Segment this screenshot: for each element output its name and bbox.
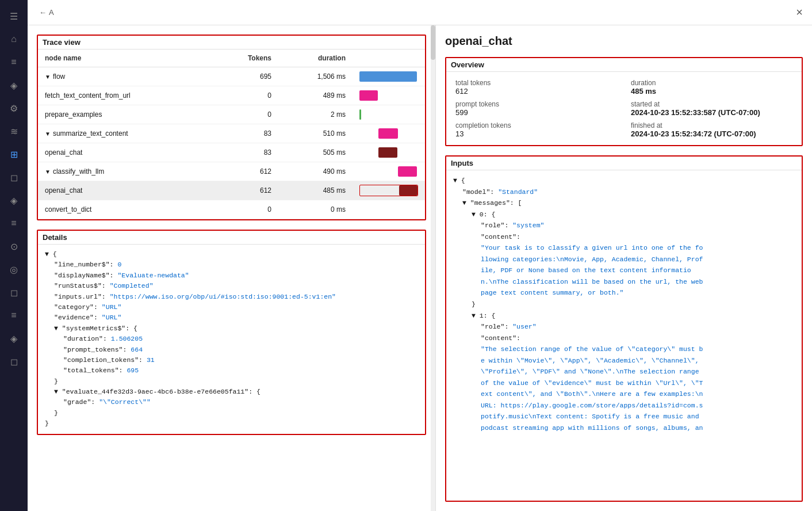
table-row[interactable]: openai_chat 612 485 ms (38, 181, 425, 200)
bar-classify (398, 166, 417, 177)
json-line: } (45, 418, 418, 429)
json-line: "completion_tokens": 31 (45, 355, 418, 365)
json-line: \"Profile\", \"PDF\" and \"None\".\nThe … (453, 366, 795, 377)
duration-flow: 1,506 ms (278, 67, 353, 86)
bar-empty (359, 204, 418, 215)
main-content: ← A Trace view node (28, 0, 812, 511)
details-label: Details (43, 233, 67, 242)
sidebar-nav5-icon[interactable]: ⊞ (3, 144, 24, 165)
node-name-fetch: fetch_text_content_from_url (38, 86, 213, 105)
sidebar: ☰ ⌂ ≡ ◈ ⚙ ≋ ⊞ ◻ ◈ ≡ ⊙ ◎ ◻ ≡ ◈ ◻ (0, 0, 28, 511)
started-at-value: 2024-10-23 15:52:33:587 (UTC-07:00) (631, 108, 792, 117)
table-row[interactable]: convert_to_dict 0 0 ms (38, 200, 425, 219)
trace-view-section: Trace view node name Tokens duration (37, 35, 426, 220)
duration-openai1: 505 ms (278, 143, 353, 162)
json-line: e within \"Movie\", \"App\", \"Academic\… (453, 355, 795, 367)
scrollbar-track[interactable] (431, 25, 435, 511)
json-line: "runStatus$": "Completed" (45, 281, 418, 291)
table-row[interactable]: flow 695 1,506 ms (38, 67, 425, 86)
json-line: ▼ 1: { (453, 310, 795, 322)
json-line: ▼ 0: { (453, 209, 795, 220)
right-panel: × openai_chat Overview total tokens 612 … (436, 25, 812, 511)
node-name-summarize: summarize_text_content (38, 124, 213, 143)
left-panel-scroll[interactable]: Trace view node name Tokens duration (28, 25, 435, 511)
table-row[interactable]: summarize_text_content 83 510 ms (38, 124, 425, 143)
sidebar-nav10-icon[interactable]: ◎ (3, 259, 24, 280)
bar-cell-flow (353, 67, 425, 86)
duration-label: duration (631, 79, 792, 87)
bar-cell-openai2 (353, 181, 425, 200)
back-button[interactable]: ← A (35, 6, 59, 19)
json-line: "grade": "\"Correct\"" (45, 397, 418, 407)
table-row[interactable]: openai_chat 83 505 ms (38, 143, 425, 162)
trace-table: node name Tokens duration (38, 49, 425, 219)
details-header: Details (38, 231, 425, 245)
node-name-openai1: openai_chat (38, 143, 213, 162)
json-line: "Your task is to classify a given url in… (453, 242, 795, 254)
details-content[interactable]: ▼ { "line_number$": 0 "displayName$": "E… (38, 245, 425, 434)
json-line: "The selection range of the value of \"c… (453, 344, 795, 355)
inputs-content[interactable]: ▼ { "model": "Standard" ▼ "messages": [ … (446, 170, 802, 438)
sidebar-nav9-icon[interactable]: ⊙ (3, 236, 24, 257)
details-section: Details ▼ { "line_number$": 0 "displayNa… (37, 230, 426, 435)
sidebar-nav6-icon[interactable]: ◻ (3, 167, 24, 188)
sidebar-nav3-icon[interactable]: ⚙ (3, 98, 24, 119)
duration-convert: 0 ms (278, 200, 353, 219)
trace-view-label: Trace view (43, 38, 81, 47)
top-bar: ← A (28, 0, 812, 25)
bar-cell-openai1 (353, 143, 425, 162)
inputs-header: Inputs (446, 157, 802, 170)
prompt-tokens-label: prompt tokens (455, 100, 617, 108)
scrollbar-thumb[interactable] (431, 25, 435, 60)
bar-summarize (378, 128, 398, 139)
finished-at-label: finished at (631, 121, 792, 129)
node-name-openai2: openai_chat (38, 181, 213, 200)
expand-icon (45, 167, 53, 176)
bar-openai1 (378, 147, 397, 158)
node-name-prepare: prepare_examples (38, 105, 213, 124)
json-line: "role": "user" (453, 321, 795, 333)
tokens-prepare: 0 (213, 105, 278, 124)
trace-view-header: Trace view (38, 36, 425, 49)
bar-flow (359, 71, 417, 82)
sidebar-nav2-icon[interactable]: ◈ (3, 75, 24, 96)
json-line: page text content summary, or both." (453, 287, 795, 299)
overview-label: Overview (451, 60, 484, 69)
json-line: "displayName$": "Evaluate-newdata" (45, 270, 418, 281)
json-line: "category": "URL" (45, 302, 418, 312)
json-line: llowing categories:\nMovie, App, Academi… (453, 254, 795, 265)
table-row[interactable]: fetch_text_content_from_url 0 489 ms (38, 86, 425, 105)
bar-cell-classify (353, 162, 425, 181)
sidebar-nav8-icon[interactable]: ≡ (3, 213, 24, 234)
sidebar-nav1-icon[interactable]: ≡ (3, 52, 24, 73)
overview-content: total tokens 612 duration 485 ms prompt … (446, 72, 802, 145)
sidebar-nav11-icon[interactable]: ◻ (3, 282, 24, 303)
table-row[interactable]: prepare_examples 0 2 ms (38, 105, 425, 124)
table-header-row: node name Tokens duration (38, 49, 425, 67)
json-line: potify.music\nText content: Spotify is a… (453, 411, 795, 422)
sidebar-nav4-icon[interactable]: ≋ (3, 121, 24, 142)
col-bar (353, 49, 425, 67)
tokens-convert: 0 (213, 200, 278, 219)
sidebar-nav12-icon[interactable]: ≡ (3, 305, 24, 326)
total-tokens-label: total tokens (455, 79, 617, 87)
sidebar-home-icon[interactable]: ⌂ (3, 29, 24, 49)
overview-header: Overview (446, 58, 802, 72)
back-arrow-icon: ← (39, 8, 47, 17)
bar-prepare (359, 109, 361, 120)
left-panel: Trace view node name Tokens duration (28, 25, 436, 511)
table-row[interactable]: classify_with_llm 612 490 ms (38, 162, 425, 181)
overview-item-duration: duration 485 ms (631, 79, 792, 96)
duration-classify: 490 ms (278, 162, 353, 181)
sidebar-nav7-icon[interactable]: ◈ (3, 190, 24, 211)
tokens-flow: 695 (213, 67, 278, 86)
tokens-openai2: 612 (213, 181, 278, 200)
json-line: "evidence": "URL" (45, 312, 418, 323)
tokens-fetch: 0 (213, 86, 278, 105)
sidebar-nav13-icon[interactable]: ◈ (3, 328, 24, 349)
json-line: ▼ { (453, 175, 795, 186)
sidebar-nav14-icon[interactable]: ◻ (3, 351, 24, 372)
json-line: ▼ { (45, 249, 418, 260)
sidebar-menu-icon[interactable]: ☰ (3, 6, 24, 26)
bar-cell-summarize (353, 124, 425, 143)
